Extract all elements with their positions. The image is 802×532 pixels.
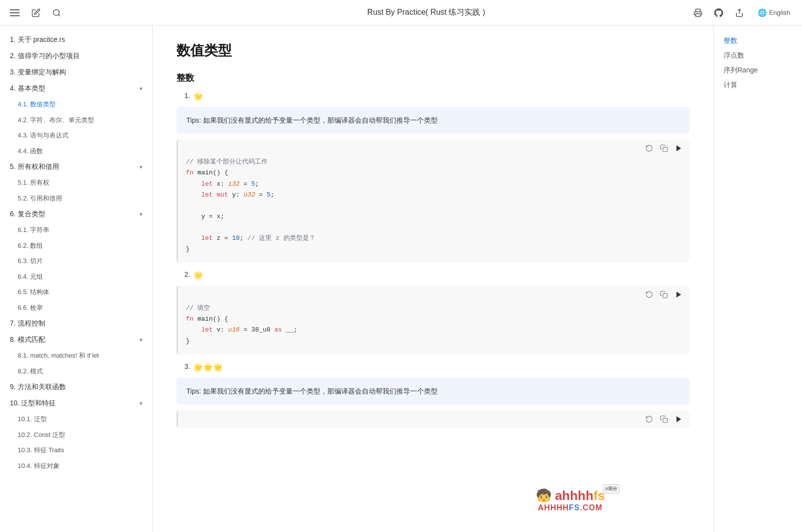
sidebar-item-item-4-2[interactable]: 4.2. 字符、布尔、单元类型: [0, 112, 152, 128]
right-toc: 整数浮点数序列Range计算: [713, 26, 802, 532]
sidebar-item-item-5-2[interactable]: 5.2. 引用和借用: [0, 191, 152, 206]
sidebar-item-item-4-4[interactable]: 4.4. 函数: [0, 143, 152, 159]
sidebar-item-item-6-3[interactable]: 6.3. 切片: [0, 253, 152, 269]
sidebar-label-item-6-1: 6.1. 字符串: [18, 226, 49, 233]
sidebar-item-item-8-1[interactable]: 8.1. match, matches! 和 if let: [0, 348, 152, 364]
svg-rect-0: [10, 9, 20, 10]
sidebar-label-item-10: 10. 泛型和特征: [10, 398, 56, 408]
sidebar-label-item-10-2: 10.2. Const 泛型: [18, 431, 65, 438]
sidebar-item-item-5-1[interactable]: 5.1. 所有权: [0, 175, 152, 191]
github-button[interactable]: [712, 6, 725, 19]
menu-button[interactable]: [8, 6, 22, 20]
run-button-2[interactable]: [674, 290, 684, 301]
language-button[interactable]: 🌐 English: [754, 6, 794, 19]
sidebar-label-item-10-1: 10.1. 泛型: [18, 415, 47, 423]
sidebar-item-item-10[interactable]: 10. 泛型和特征▾: [0, 395, 152, 411]
exercise-1-num: 1.: [184, 92, 190, 100]
sidebar-label-item-6-5: 6.5. 结构体: [18, 288, 49, 296]
svg-marker-8: [676, 145, 681, 151]
sidebar-item-item-10-4[interactable]: 10.4. 特征对象: [0, 458, 152, 474]
page-title: 数值类型: [176, 41, 690, 60]
topbar-left: [8, 6, 161, 20]
sidebar-item-item-10-2[interactable]: 10.2. Const 泛型: [0, 427, 152, 443]
chevron-icon-item-6: ▾: [139, 210, 142, 219]
code-content-1: // 移除某个部分让代码工作 fn main() { let x: i32 = …: [178, 157, 690, 263]
reset-button-2[interactable]: [644, 290, 654, 301]
toc-item-toc-integers[interactable]: 整数: [720, 33, 796, 48]
sidebar-label-item-6-2: 6.2. 数组: [18, 242, 43, 249]
sidebar-item-item-8-2[interactable]: 8.2. 模式: [0, 364, 152, 379]
sidebar-item-item-6-4[interactable]: 6.4. 元组: [0, 269, 152, 285]
svg-rect-2: [10, 15, 20, 16]
sidebar-item-item-10-1[interactable]: 10.1. 泛型: [0, 411, 152, 427]
print-button[interactable]: [692, 6, 704, 19]
topbar: Rust By Practice( Rust 练习实践 ) 🌐 English: [0, 0, 802, 26]
sidebar-item-item-6-2[interactable]: 6.2. 数组: [0, 238, 152, 254]
run-button-1[interactable]: [674, 143, 684, 155]
topbar-title: Rust By Practice( Rust 练习实践 ): [161, 7, 692, 18]
toc-item-toc-range[interactable]: 序列Range: [720, 63, 796, 78]
sidebar-item-item-4-3[interactable]: 4.3. 语句与表达式: [0, 128, 152, 143]
sidebar-label-item-6-3: 6.3. 切片: [18, 257, 43, 265]
sidebar-label-item-5-2: 5.2. 引用和借用: [18, 195, 62, 202]
exercise-2: 2. 🌟: [176, 270, 690, 280]
code-block-3: [176, 410, 690, 428]
sidebar-label-item-10-3: 10.3. 特征 Traits: [18, 446, 64, 454]
sidebar-item-item-1[interactable]: 1. 关于 pracitce.rs: [0, 32, 152, 48]
tip-text-1: Tips: 如果我们没有显式的给予变量一个类型，那编译器会自动帮我们推导一个类型: [186, 116, 438, 124]
copy-button-3[interactable]: [659, 414, 669, 426]
sidebar-label-item-4-2: 4.2. 字符、布尔、单元类型: [18, 116, 94, 124]
sidebar-item-item-7[interactable]: 7. 流程控制: [0, 315, 152, 332]
sidebar-label-item-1: 1. 关于 pracitce.rs: [10, 35, 65, 43]
svg-rect-9: [663, 294, 667, 298]
watermark-top: 🧒 ahhhhfs: [536, 488, 605, 503]
share-button[interactable]: [733, 6, 746, 19]
sidebar: 1. 关于 pracitce.rs2. 值得学习的小型项目3. 变量绑定与解构4…: [0, 26, 153, 532]
sidebar-item-item-3[interactable]: 3. 变量绑定与解构: [0, 64, 152, 80]
run-button-3[interactable]: [674, 414, 684, 426]
sidebar-item-item-4-1[interactable]: 4.1. 数值类型: [0, 97, 152, 112]
sidebar-label-item-7: 7. 流程控制: [10, 319, 45, 327]
svg-rect-1: [10, 12, 20, 13]
edit-button[interactable]: [30, 6, 42, 19]
sidebar-item-item-8[interactable]: 8. 模式匹配▾: [0, 332, 152, 348]
sidebar-item-item-5[interactable]: 5. 所有权和借用▾: [0, 159, 152, 175]
sidebar-item-item-6[interactable]: 6. 复合类型▾: [0, 206, 152, 222]
toc-item-toc-calc[interactable]: 计算: [720, 78, 796, 93]
chevron-icon-item-8: ▾: [139, 335, 142, 344]
sidebar-label-item-8-1: 8.1. match, matches! 和 if let: [18, 352, 99, 359]
code-block-2: // 填空 fn main() { let v: u16 = 38_u8 as …: [176, 286, 690, 354]
sidebar-item-item-10-3[interactable]: 10.3. 特征 Traits: [0, 442, 152, 458]
copy-button-1[interactable]: [659, 143, 669, 155]
sidebar-label-item-10-4: 10.4. 特征对象: [18, 462, 60, 469]
reset-button-1[interactable]: [644, 143, 654, 155]
topbar-right: 🌐 English: [692, 6, 794, 19]
svg-line-4: [58, 14, 60, 16]
sidebar-item-item-6-6[interactable]: 6.6. 枚举: [0, 300, 152, 316]
copy-button-2[interactable]: [659, 290, 669, 301]
sidebar-item-item-4[interactable]: 4. 基本类型▾: [0, 80, 152, 97]
sidebar-label-item-6-4: 6.4. 元组: [18, 273, 43, 280]
sidebar-item-item-9[interactable]: 9. 方法和关联函数: [0, 379, 152, 395]
tip-box-3: Tips: 如果我们没有显式的给予变量一个类型，那编译器会自动帮我们推导一个类型: [176, 378, 690, 404]
sidebar-label-item-5: 5. 所有权和借用: [10, 162, 59, 172]
reset-button-3[interactable]: [644, 414, 654, 426]
sidebar-item-item-6-1[interactable]: 6.1. 字符串: [0, 222, 152, 238]
search-button[interactable]: [50, 6, 63, 19]
sidebar-label-item-4: 4. 基本类型: [10, 83, 45, 94]
sidebar-label-item-2: 2. 值得学习的小型项目: [10, 52, 80, 60]
content-area: 数值类型 整数 1. 🌟 Tips: 如果我们没有显式的给予变量一个类型，那编译…: [153, 26, 713, 532]
sidebar-label-item-5-1: 5.1. 所有权: [18, 179, 49, 186]
sidebar-item-item-6-5[interactable]: 6.5. 结构体: [0, 284, 152, 300]
sidebar-label-item-8-2: 8.2. 模式: [18, 367, 43, 375]
exercise-3: 3. 🌟🌟🌟: [176, 363, 690, 372]
exercise-3-num: 3.: [184, 363, 190, 370]
sidebar-item-item-2[interactable]: 2. 值得学习的小型项目: [0, 48, 152, 64]
sidebar-label-item-4-1: 4.1. 数值类型: [18, 100, 56, 108]
toc-item-toc-float[interactable]: 浮点数: [720, 48, 796, 63]
title-text: Rust By Practice( Rust 练习实践 ): [367, 8, 485, 16]
globe-icon: 🌐: [758, 8, 767, 17]
section-integers: 整数: [176, 72, 690, 84]
language-label: English: [769, 9, 790, 16]
sidebar-label-item-6-6: 6.6. 枚举: [18, 304, 43, 311]
